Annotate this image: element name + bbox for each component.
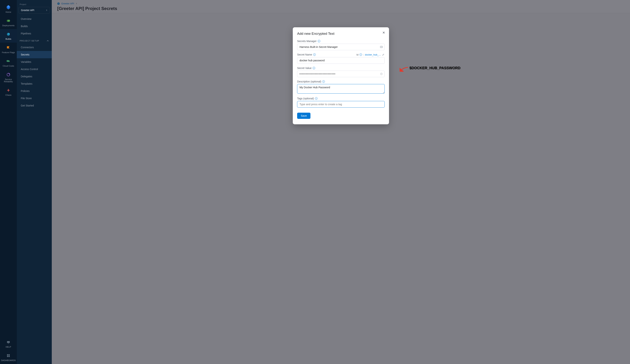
group-header-label: PROJECT SETUP (20, 40, 39, 42)
builds-icon (6, 32, 11, 37)
info-icon[interactable]: i (315, 97, 318, 100)
secrets-manager-input[interactable] (297, 44, 385, 50)
svg-point-3 (8, 33, 10, 34)
sidebar-item-secrets[interactable]: Secrets (17, 51, 52, 58)
secrets-manager-select[interactable] (297, 44, 385, 50)
iconbar-item-deployments[interactable]: Deployments (0, 16, 17, 29)
iconbar-item-help[interactable]: HELP (0, 337, 17, 351)
sidebar-item-connectors[interactable]: Connectors (17, 44, 52, 51)
field-label: Secrets Manager i (297, 40, 385, 43)
info-icon[interactable]: i (322, 80, 325, 83)
info-icon[interactable]: i (313, 67, 315, 69)
secrets-manager-picker-icon[interactable] (380, 45, 383, 48)
edit-id-icon[interactable] (382, 53, 385, 56)
iconbar-label: DASHBOARDS (1, 359, 16, 362)
project-selector[interactable]: Greeter API (18, 7, 50, 13)
iconbar-label: Cloud Costs (3, 65, 14, 67)
sidebar-group-project-setup[interactable]: PROJECT SETUP (17, 37, 52, 44)
iconbar-label: Builds (6, 38, 11, 40)
iconbar-label: Deployments (2, 24, 14, 26)
modal-backdrop: Add new Encrypted Text Secrets Manager i (52, 0, 630, 364)
cloud-costs-icon (6, 59, 11, 64)
sidebar-section-label: Project (17, 2, 52, 6)
sidebar-item-access-control[interactable]: Access Control (17, 65, 52, 73)
sidebar-item-variables[interactable]: Variables (17, 58, 52, 65)
chevron-right-icon (46, 9, 48, 11)
svg-rect-7 (8, 354, 10, 356)
field-label: Secret Value i (297, 67, 385, 69)
iconbar-item-dashboards[interactable]: DASHBOARDS (0, 351, 17, 364)
sidebar-item-pipelines[interactable]: Pipelines (17, 30, 52, 37)
svg-rect-10 (380, 46, 382, 48)
field-secrets-manager: Secrets Manager i (297, 40, 385, 50)
secrets-manager-label: Secrets Manager (297, 40, 317, 43)
id-label: Id (356, 53, 358, 56)
field-label: Description (optional) i (297, 80, 385, 83)
iconbar-label: Chaos (5, 94, 11, 96)
iconbar-label: Home (6, 11, 11, 13)
svg-rect-5 (7, 341, 10, 343)
svg-rect-9 (8, 356, 10, 357)
iconbar-label: Service Reliability (1, 78, 16, 83)
info-icon[interactable]: i (360, 53, 362, 56)
field-secret-value: Secret Value i (297, 67, 385, 77)
tags-label: Tags (optional) (297, 97, 314, 100)
field-description: Description (optional) i (297, 80, 385, 94)
sidebar-item-templates[interactable]: Templates (17, 80, 52, 87)
info-icon[interactable]: i (318, 40, 320, 42)
svg-point-11 (381, 47, 381, 47)
svg-rect-6 (7, 354, 8, 356)
close-icon (382, 31, 385, 34)
info-icon[interactable]: i (313, 53, 316, 56)
secret-value-input[interactable] (297, 71, 385, 77)
iconbar-item-home[interactable]: Home (0, 2, 17, 16)
description-label: Description (optional) (297, 80, 321, 83)
main: Greeter API [Greeter API] Project Secret… (52, 0, 630, 364)
field-tags: Tags (optional) i (297, 97, 385, 108)
chevron-up-icon (47, 40, 49, 42)
iconbar-label: HELP (6, 346, 11, 348)
svg-rect-8 (7, 356, 8, 357)
svg-point-1 (8, 20, 10, 22)
sidebar-item-get-started[interactable]: Get Started (17, 102, 52, 109)
sidebar: Project Greeter API Overview Builds Pipe… (17, 0, 52, 364)
modal-title-row: Add new Encrypted Text (297, 32, 385, 36)
harness-logo-icon (6, 5, 11, 10)
iconbar-item-builds[interactable]: Builds (0, 29, 17, 43)
secret-id-link[interactable]: docker_hub_… (365, 53, 381, 56)
field-label: Tags (optional) i (297, 97, 385, 100)
secret-value-type-icon[interactable] (380, 72, 383, 75)
svg-point-2 (7, 33, 10, 36)
sidebar-item-overview[interactable]: Overview (17, 15, 52, 22)
feature-flags-icon (6, 45, 11, 50)
secret-name-input[interactable] (297, 57, 385, 64)
app-root: Home Deployments Builds Feature Flags Cl… (0, 0, 630, 364)
sidebar-item-builds[interactable]: Builds (17, 22, 52, 30)
iconbar-item-chaos[interactable]: Chaos (0, 85, 17, 99)
dashboards-icon (6, 353, 11, 358)
sidebar-item-policies[interactable]: Policies (17, 87, 52, 95)
field-label: Secret Name i Id i : docker_hub_… (297, 53, 385, 56)
add-secret-modal: Add new Encrypted Text Secrets Manager i (293, 27, 389, 124)
tags-input[interactable] (297, 101, 385, 108)
description-input[interactable] (297, 84, 385, 94)
annotation-arrow-icon (400, 67, 408, 72)
help-icon (6, 340, 11, 345)
sidebar-item-delegates[interactable]: Delegates (17, 73, 52, 80)
iconbar: Home Deployments Builds Feature Flags Cl… (0, 0, 17, 364)
secret-name-label: Secret Name (297, 53, 312, 56)
iconbar-item-service-reliability[interactable]: Service Reliability (0, 69, 17, 85)
service-reliability-icon (6, 72, 11, 77)
chaos-icon (6, 88, 11, 93)
iconbar-item-cloud-costs[interactable]: Cloud Costs (0, 56, 17, 69)
annotation-text: $DOCKER_HUB_PASSWORD (410, 66, 460, 70)
close-button[interactable] (382, 30, 386, 35)
deployments-icon (6, 18, 11, 23)
sidebar-item-file-store[interactable]: File Store (17, 95, 52, 102)
field-secret-name: Secret Name i Id i : docker_hub_… (297, 53, 385, 64)
save-button[interactable]: Save (297, 113, 310, 119)
iconbar-label: Feature Flags (2, 51, 15, 53)
iconbar-item-feature-flags[interactable]: Feature Flags (0, 43, 17, 56)
modal-title: Add new Encrypted Text (297, 32, 334, 36)
project-name: Greeter API (21, 9, 34, 12)
